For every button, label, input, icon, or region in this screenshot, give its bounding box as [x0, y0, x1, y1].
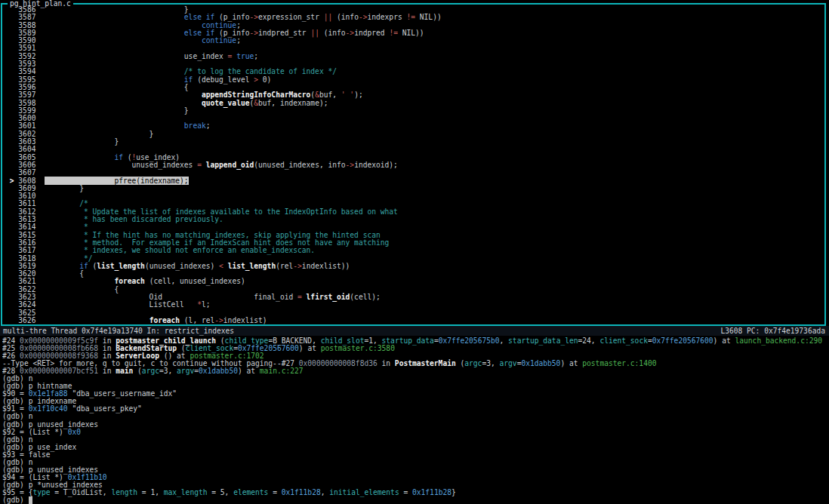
source-line: 3603 }	[5, 138, 823, 146]
source-line: 3610	[5, 192, 823, 200]
gdb-output-line: $90 = 0x1e1fa88 "dba_users_username_idx"	[2, 390, 829, 398]
gdb-output-line: (gdb) p unused_indexes	[2, 421, 829, 429]
source-line: 3606 unused_indexes = lappend_oid(unused…	[5, 161, 823, 169]
gdb-output-line: $92 = (List *) 0x0	[2, 429, 829, 436]
source-line: 3599 }	[5, 107, 823, 115]
source-line: 3602 }	[5, 131, 823, 138]
source-line: 3609 }	[5, 185, 823, 192]
source-line: 3592 use_index = true;	[5, 53, 823, 60]
source-line: 3624 ListCell *l;	[5, 301, 823, 309]
gdb-output-line: (gdb) n	[2, 436, 829, 444]
line-marker	[5, 316, 18, 324]
gdb-output-line: (gdb) p use_index	[2, 444, 829, 451]
terminal-cursor[interactable]	[29, 496, 33, 504]
gdb-output-line: (gdb) n	[2, 375, 829, 383]
source-line: 3626 foreach (l, rel->indexlist)	[5, 317, 823, 324]
gdb-prompt-line[interactable]: (gdb)	[2, 496, 829, 504]
gdb-console[interactable]: #24 0x00000000009f5c9f in postmaster_chi…	[2, 337, 829, 504]
gdb-output-line: #28 0x00000000007bcf51 in main (argc=3, …	[2, 367, 829, 375]
gdb-output-line: $94 = (List *) 0x1f11b10	[2, 474, 829, 481]
gdb-output-line: (gdb) n	[2, 413, 829, 420]
source-line: 3617 * indexes, we should not enforce an…	[5, 247, 823, 254]
status-bar: multi-thre Thread 0x7f4e19a13740 In: res…	[0, 326, 829, 336]
gdb-output-line: $93 = false	[2, 451, 829, 459]
gdb-output-line: $95 = {type = T_OidList, length = 1, max…	[2, 489, 829, 496]
source-window: pg_hint_plan.c 3586 } 3587 else if (p_in…	[1, 3, 826, 326]
status-thread-info: multi-thre Thread 0x7f4e19a13740 In: res…	[3, 327, 234, 336]
status-line-pc: L3608 PC: 0x7f4e19736ada	[720, 327, 825, 336]
source-code-area[interactable]: 3586 } 3587 else if (p_info->expression_…	[5, 6, 823, 324]
source-line: 3590 continue;	[5, 37, 823, 45]
current-source-line: > 3608 pfree(indexname);	[5, 177, 823, 185]
gdb-output-line: $91 = 0x1f10c40 "dba_users_pkey"	[2, 405, 829, 413]
source-line: 3619 if (list_length(unused_indexes) < l…	[5, 263, 823, 270]
gdb-output-line: (gdb) p unused_indexes	[2, 466, 829, 474]
source-line: 3621 foreach (cell, unused_indexes)	[5, 278, 823, 285]
gdb-tui-terminal: pg_hint_plan.c 3586 } 3587 else if (p_in…	[0, 0, 829, 504]
gdb-output-line: (gdb) n	[2, 459, 829, 466]
source-line: 3613 * has been discarded previously.	[5, 216, 823, 223]
line-number: 3626	[18, 316, 35, 324]
